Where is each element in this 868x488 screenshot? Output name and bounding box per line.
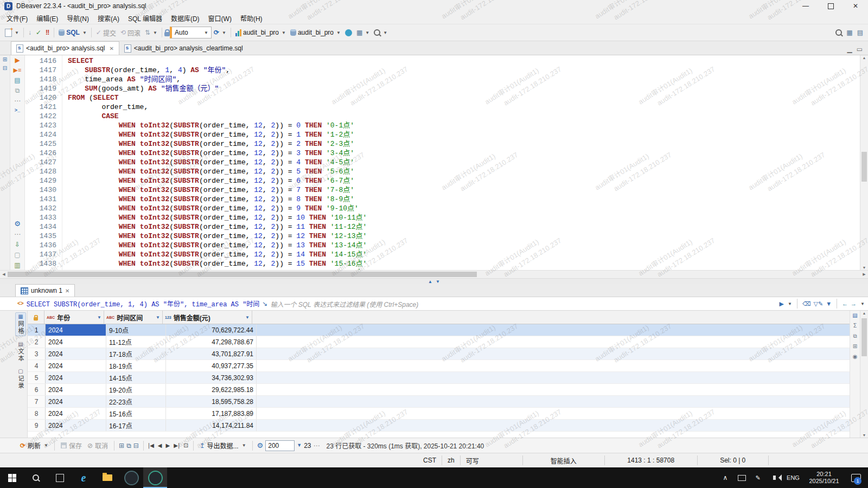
grid-cell[interactable]: 17-18点 [106,348,166,359]
grid-cell[interactable]: 2024 [46,324,106,336]
tray-display-button[interactable] [733,467,750,488]
more-icon[interactable]: ⋯ [14,231,21,237]
scroll-right-icon[interactable]: ▶ [860,272,868,277]
grid-cell[interactable]: 22-23点 [106,396,166,407]
terminal-icon[interactable]: >_ [15,108,20,113]
grid-cell[interactable]: 19-20点 [106,384,166,395]
grid-cell[interactable]: 18-19点 [106,360,166,371]
table-row[interactable]: 9202416-17点14,174,211.84 [28,420,850,432]
grid-cell[interactable]: 2024 [46,348,106,359]
grid-cell[interactable]: 17,187,883.89 [166,408,257,419]
maximize-button[interactable] [818,0,843,12]
grid-cell[interactable]: 9-10点 [106,324,166,336]
file-explorer-button[interactable] [95,467,119,488]
column-header-amount[interactable]: 123销售金额(元)▼ [163,311,252,324]
execute-statement-icon[interactable]: ▶ [15,57,20,63]
tab-analysis-sql[interactable]: <audit_bi_pro> analysis.sql ✕ [11,41,119,55]
row-number-cell[interactable]: 9 [28,420,46,431]
grid-cell[interactable]: 2024 [46,372,106,383]
grid-cell[interactable]: 47,298,788.67 [166,336,257,348]
minimize-button[interactable]: — [793,0,818,12]
export-data-button[interactable]: ↥导出数据...▼ [198,441,248,450]
taskbar-clock[interactable]: 20:21 2025/10/21 [804,467,844,488]
menu-database[interactable]: 数据库(D) [167,12,204,24]
restore-navigator-icon[interactable]: ⊞ [3,57,7,62]
toolbar-search-button[interactable]: ▼ [372,26,390,39]
dbeaver-taskbar-button[interactable] [143,467,167,488]
table-row[interactable]: 3202417-18点43,701,827.91 [28,348,850,360]
sash-down-icon[interactable]: ▼ [436,279,440,284]
refresh-button[interactable]: ⟳刷新▼ [18,441,50,450]
menu-window[interactable]: 窗口(W) [204,12,236,24]
code-lines[interactable]: SELECT SUBSTR(order_time, 1, 4) AS "年份",… [62,55,860,270]
filter-input[interactable]: 输入一个 SQL 表达式来过滤结果 (使用 Ctrl+Space) [270,299,776,309]
grid-cell[interactable]: 29,622,985.18 [166,384,257,395]
presentation-grid-tab[interactable]: ▦ 网格 [15,312,26,336]
save-button[interactable]: 保存 [59,441,84,450]
insert-mode-indicator[interactable]: 智能插入 [522,455,604,465]
grid-cell[interactable]: 14-15点 [106,372,166,383]
history-dropdown-icon[interactable]: ▼ [860,301,865,306]
grid-cell[interactable]: 14,174,211.84 [166,420,257,431]
grid-cell[interactable]: 70,629,722.44 [166,324,257,336]
grid-cell[interactable]: 2024 [46,420,106,431]
quick-search-button[interactable] [833,26,844,39]
commit-mode-button[interactable] [343,26,354,39]
next-row-icon[interactable]: ▶ [166,442,170,448]
first-row-icon[interactable]: |◀ [148,442,154,448]
aggregate-icon[interactable]: Σ [853,323,857,329]
column-header-timerange[interactable]: ABC时间区间▼ [104,311,163,324]
references-icon[interactable]: ⧉ [853,333,857,339]
new-sql-editor-button[interactable]: ▼ [3,26,21,39]
last-row-icon[interactable]: ▶| [174,442,180,448]
preview-icon[interactable]: ◉ [853,354,858,359]
start-button[interactable] [0,467,24,488]
taskbar-search-button[interactable] [24,467,48,488]
cancel-button[interactable]: ⊘取消 [86,441,110,450]
column-dropdown-icon[interactable]: ▼ [245,315,250,320]
grid-cell[interactable]: 2024 [46,384,106,395]
alerts-button[interactable]: ‼ [43,26,52,39]
tray-pen-button[interactable]: ✎ [750,467,766,488]
task-view-button[interactable] [48,467,72,488]
apply-filter-icon[interactable]: ▶ [780,300,784,307]
presentation-text-tab[interactable]: ▤ 文本 [16,341,25,363]
panels-button[interactable]: ▦▼ [354,26,372,39]
edit-filter-icon[interactable]: ▽✎ [814,300,824,307]
input-language-button[interactable]: ENG [782,467,804,488]
action-center-button[interactable]: 1 [844,467,868,488]
copy-icon[interactable]: ⧉ [15,87,20,94]
grid-cell[interactable]: 15-16点 [106,408,166,419]
fetch-button[interactable]: ↓ [26,26,34,39]
close-results-icon[interactable]: ✕ [65,288,69,294]
auto-commit-combo[interactable]: Auto▼ [170,27,212,38]
menu-edit[interactable]: 编辑(E) [32,12,62,24]
tray-expand-button[interactable]: ∧ [717,467,733,488]
sql-dialect-button[interactable]: SQL▼ [56,26,89,39]
tab-analysis-cleartime-sql[interactable]: <audit_bi_pro> analysis_cleartime.sql [119,42,248,55]
transaction-mode-button[interactable]: ⇅▼ [143,26,159,39]
editor-results-sash[interactable]: ▲ ▼ [0,278,868,284]
delete-row-icon[interactable]: ⊟ [133,442,139,449]
grid-cell[interactable]: 2024 [46,396,106,407]
scroll-down-icon[interactable]: ▼ [860,266,868,269]
row-count-icon[interactable]: ▼ [297,443,302,448]
grid-cell[interactable]: 2024 [46,360,106,371]
gear-icon[interactable]: ⚙ [14,220,21,227]
row-number-cell[interactable]: 4 [28,360,46,371]
row-number-cell[interactable]: 8 [28,408,46,419]
rollback-button[interactable]: ⟲回滚 [118,26,143,39]
settings-gear-icon[interactable]: ⚙ [257,442,264,449]
scroll-up-icon[interactable]: ▲ [860,56,868,60]
restore-projects-icon[interactable]: ⊟ [3,66,7,71]
grid-cell[interactable]: 43,701,827.91 [166,348,257,359]
internet-explorer-button[interactable]: e [72,467,95,488]
metadata-icon[interactable]: ⊞ [853,344,857,349]
execute-script-icon[interactable]: ▶≡ [14,67,22,73]
overflow-icon[interactable]: ⋯ [313,442,320,449]
presentation-record-tab[interactable]: ▢ 记录 [16,368,25,390]
grid-cell[interactable]: 40,937,277.35 [166,360,257,371]
table-row[interactable]: 6202419-20点29,622,985.18 [28,384,850,396]
open-perspective-button[interactable]: ▦ [844,26,854,39]
results-vertical-scrollbar[interactable]: ▲ ▼ [860,311,868,438]
